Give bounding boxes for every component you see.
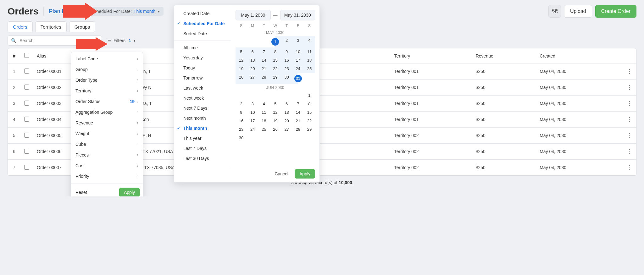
preset-next-week[interactable]: Next week — [174, 93, 231, 103]
cal-day[interactable]: 11 — [304, 47, 315, 56]
date-start-input[interactable]: May 1, 2030 — [236, 10, 271, 20]
cal-day[interactable]: 30 — [236, 134, 247, 142]
cal-day[interactable]: 10 — [247, 108, 258, 117]
cal-day[interactable]: 3 — [292, 36, 304, 47]
cal-day[interactable]: 5 — [236, 47, 247, 56]
cal-day[interactable]: 19 — [236, 64, 247, 73]
cal-day[interactable]: 21 — [258, 64, 269, 73]
cal-day[interactable]: 22 — [269, 64, 281, 73]
cal-day[interactable]: 13 — [281, 108, 292, 117]
filter-item[interactable]: Order Type› — [71, 75, 143, 85]
cal-day[interactable]: 23 — [236, 125, 247, 134]
upload-button[interactable]: Upload — [564, 5, 592, 18]
cal-day[interactable]: 10 — [292, 47, 304, 56]
filter-item[interactable]: Group› — [71, 64, 143, 75]
filter-item[interactable]: Revenue› — [71, 118, 143, 128]
cal-day[interactable]: 6 — [247, 47, 258, 56]
cal-day[interactable]: 28 — [258, 73, 269, 84]
cal-day[interactable]: 25 — [258, 125, 269, 134]
filters-apply[interactable]: Apply — [119, 188, 140, 196]
row-more-icon[interactable]: ⋮ — [623, 128, 636, 144]
tab-territories[interactable]: Territories — [35, 21, 67, 32]
row-checkbox[interactable] — [24, 165, 29, 170]
cal-day[interactable]: 15 — [269, 56, 281, 64]
filters-reset[interactable]: Reset — [75, 190, 87, 195]
row-more-icon[interactable]: ⋮ — [623, 63, 636, 80]
filter-item[interactable]: Cost› — [71, 160, 143, 171]
cal-day[interactable]: 7 — [292, 100, 304, 108]
tab-orders[interactable]: Orders — [8, 21, 33, 32]
filter-item[interactable]: Cube› — [71, 139, 143, 150]
preset-last-7-days[interactable]: Last 7 Days — [174, 143, 231, 153]
cal-day[interactable]: 2 — [281, 36, 292, 47]
row-more-icon[interactable]: ⋮ — [623, 112, 636, 128]
datetype-scheduled[interactable]: ✓Scheduled For Date — [174, 19, 231, 29]
filter-item[interactable]: Order Status19› — [71, 96, 143, 107]
tab-groups[interactable]: Groups — [69, 21, 95, 32]
cal-day[interactable]: 24 — [247, 125, 258, 134]
row-checkbox[interactable] — [24, 117, 29, 122]
cal-day[interactable]: 8 — [269, 47, 281, 56]
cal-day[interactable]: 29 — [304, 125, 315, 134]
cal-day[interactable]: 26 — [236, 73, 247, 84]
preset-last-week[interactable]: Last week — [174, 83, 231, 93]
cal-day[interactable]: 19 — [269, 117, 281, 125]
cal-day[interactable]: 24 — [292, 64, 304, 73]
date-apply[interactable]: Apply — [295, 169, 315, 179]
cal-day[interactable]: 11 — [258, 108, 269, 117]
cal-day[interactable]: 12 — [236, 56, 247, 64]
row-more-icon[interactable]: ⋮ — [623, 144, 636, 160]
col-territory[interactable]: Territory — [391, 48, 472, 63]
cal-day[interactable]: 30 — [281, 73, 292, 84]
cal-day[interactable]: 18 — [304, 56, 315, 64]
cal-day[interactable]: 8 — [304, 100, 315, 108]
cal-day[interactable]: 3 — [247, 100, 258, 108]
create-order-button[interactable]: Create Order — [595, 5, 636, 18]
preset-last-30-days[interactable]: Last 30 Days — [174, 153, 231, 163]
cal-day[interactable]: 9 — [281, 47, 292, 56]
cal-day[interactable]: 26 — [269, 125, 281, 134]
cal-day[interactable]: 29 — [269, 73, 281, 84]
row-checkbox[interactable] — [24, 69, 29, 74]
cal-day[interactable]: 1 — [304, 91, 315, 100]
select-all-checkbox[interactable] — [24, 53, 29, 58]
cal-day[interactable]: 31 — [292, 73, 304, 84]
preset-yesterday[interactable]: Yesterday — [174, 53, 231, 63]
cal-day[interactable]: 1 — [269, 36, 281, 47]
date-end-input[interactable]: May 31, 2030 — [280, 10, 315, 20]
row-more-icon[interactable]: ⋮ — [623, 80, 636, 96]
cal-day[interactable]: 4 — [304, 36, 315, 47]
cal-day[interactable]: 2 — [236, 100, 247, 108]
cal-day[interactable]: 23 — [281, 64, 292, 73]
cal-day[interactable]: 16 — [236, 117, 247, 125]
cal-day[interactable]: 20 — [281, 117, 292, 125]
row-checkbox[interactable] — [24, 85, 29, 90]
filter-item[interactable]: Aggregation Group› — [71, 107, 143, 118]
datetype-created[interactable]: Created Date — [174, 8, 231, 19]
cal-day[interactable]: 9 — [236, 108, 247, 117]
cal-day[interactable]: 28 — [292, 125, 304, 134]
cal-day[interactable]: 20 — [247, 64, 258, 73]
filter-item[interactable]: Pieces› — [71, 150, 143, 160]
row-checkbox[interactable] — [24, 133, 29, 138]
row-more-icon[interactable]: ⋮ — [623, 160, 636, 176]
cal-day[interactable]: 14 — [292, 108, 304, 117]
cal-day[interactable]: 22 — [304, 117, 315, 125]
cal-day[interactable]: 14 — [258, 56, 269, 64]
datetype-sorted[interactable]: Sorted Date — [174, 29, 231, 39]
cal-day[interactable]: 27 — [281, 125, 292, 134]
cal-day[interactable]: 27 — [247, 73, 258, 84]
preset-all-time[interactable]: All time — [174, 43, 231, 53]
cal-day[interactable]: 17 — [292, 56, 304, 64]
cal-day[interactable]: 13 — [247, 56, 258, 64]
filters-button[interactable]: ☰ Filters: 1 ▼ — [104, 36, 139, 45]
cal-day[interactable]: 17 — [247, 117, 258, 125]
cal-day[interactable]: 6 — [281, 100, 292, 108]
row-more-icon[interactable]: ⋮ — [623, 96, 636, 112]
row-checkbox[interactable] — [24, 149, 29, 154]
preset-next-7-days[interactable]: Next 7 Days — [174, 103, 231, 113]
cal-day[interactable]: 4 — [258, 100, 269, 108]
preset-today[interactable]: Today — [174, 63, 231, 73]
cal-day[interactable]: 12 — [269, 108, 281, 117]
cal-day[interactable]: 25 — [304, 64, 315, 73]
